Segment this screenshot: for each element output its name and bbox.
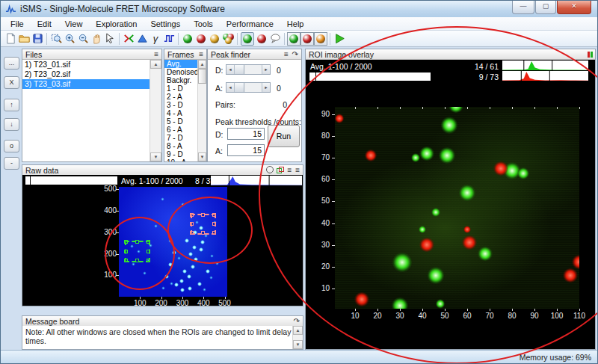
maximize-button[interactable]: ▢	[535, 1, 556, 14]
roi-handle[interactable]	[201, 213, 205, 217]
zoom-selection-icon[interactable]	[50, 33, 62, 45]
files-scrollbar[interactable]: ▲ ▼	[150, 60, 161, 161]
slider-left-icon[interactable]: ◄	[226, 65, 235, 74]
roi-handle[interactable]	[190, 222, 194, 226]
roi-handle[interactable]	[147, 259, 150, 262]
roi-handle[interactable]	[135, 240, 139, 244]
message-scrollbar[interactable]: ▲ ▼	[292, 326, 303, 349]
acceptor-threshold-input[interactable]	[227, 144, 265, 156]
peak-finder-header[interactable]: Peak finder ≡ ↷	[208, 49, 301, 60]
slider-position-marker[interactable]	[315, 73, 316, 81]
panel-menu-icon[interactable]: ≡	[154, 50, 159, 58]
scroll-up-icon[interactable]: ▲	[293, 326, 303, 335]
run-button[interactable]: Run	[268, 125, 300, 147]
menu-tools[interactable]: Tools	[187, 18, 220, 30]
green-histogram[interactable]	[502, 61, 588, 70]
frame-slider[interactable]	[25, 176, 117, 185]
roi-overlay-canvas[interactable]: Avg. 1-100 / 2000 14 / 61 9 / 73 9080706…	[306, 60, 595, 349]
slider-position-marker[interactable]	[30, 176, 31, 185]
show-green-peaks-toggle[interactable]	[241, 32, 254, 46]
acceptor-slider[interactable]: ◄ ►	[226, 82, 271, 93]
align-channels-icon[interactable]	[123, 33, 135, 45]
roi-overlay-image[interactable]	[335, 107, 579, 309]
roi-overlay-header[interactable]: ROI image overlay	[306, 49, 595, 60]
green-molecule-icon[interactable]	[182, 33, 194, 45]
yellow-molecule-icon[interactable]	[209, 33, 221, 45]
panel-menu-icon-2[interactable]: ≡	[295, 166, 300, 174]
orange-channel-button[interactable]	[314, 32, 327, 46]
file-list-item[interactable]: 2) T23_02.sif	[22, 70, 161, 79]
raw-data-canvas[interactable]: Avg. 1-100 / 2000 8 / 370 50040030020010…	[22, 175, 303, 306]
open-file-icon[interactable]	[18, 33, 30, 45]
roi-handle[interactable]	[124, 250, 128, 253]
files-list[interactable]: 1) T23_01.sif2) T23_02.sif3) T23_03.sif	[22, 60, 161, 89]
trace-pulse-icon[interactable]	[163, 33, 175, 45]
gamma-icon[interactable]: γ	[150, 33, 161, 45]
undock-icon[interactable]: ↷	[294, 317, 300, 325]
red-green-channels-icon[interactable]	[588, 52, 593, 58]
slider-right-icon[interactable]: ►	[262, 83, 270, 92]
scroll-down-icon[interactable]: ▼	[293, 340, 303, 349]
slider-track[interactable]	[235, 83, 262, 92]
menu-view[interactable]: View	[58, 18, 90, 30]
raw-image-plot[interactable]	[119, 187, 227, 297]
scrollbar-thumb[interactable]	[198, 69, 206, 84]
donor-threshold-input[interactable]	[227, 128, 265, 140]
roi-handle[interactable]	[212, 213, 216, 217]
roi-handle[interactable]	[190, 213, 194, 217]
menu-file[interactable]: File	[4, 18, 31, 30]
peak-triangle-icon[interactable]	[136, 33, 148, 45]
file-list-item[interactable]: 3) T23_03.sif	[22, 79, 161, 89]
clear-file-button[interactable]: -	[4, 157, 19, 170]
frames-panel-header[interactable]: Frames ≡	[164, 49, 206, 60]
new-file-icon[interactable]	[4, 33, 16, 45]
slider-track[interactable]	[235, 65, 262, 74]
acceptor-roi[interactable]	[191, 214, 216, 234]
donor-slider[interactable]: ◄ ►	[226, 64, 271, 75]
raw-data-header[interactable]: Raw data ≡ ≡	[22, 165, 303, 176]
slider-right-icon[interactable]: ►	[262, 65, 270, 74]
roi-handle[interactable]	[212, 222, 216, 226]
slider-thumb[interactable]	[235, 65, 244, 74]
panel-menu-icon[interactable]: ≡	[288, 166, 293, 174]
move-file-up-button[interactable]: ↑	[4, 99, 19, 111]
show-red-peaks-toggle[interactable]	[256, 33, 268, 45]
panel-menu-icon[interactable]: ≡	[284, 50, 289, 58]
menu-settings[interactable]: Settings	[144, 18, 187, 30]
slider-thumb[interactable]	[235, 83, 244, 92]
panel-menu-icon[interactable]: ≡	[199, 50, 204, 58]
file-list-item[interactable]: 1) T23_01.sif	[22, 60, 161, 70]
annotation-balloon-icon[interactable]	[269, 33, 281, 45]
reload-file-button[interactable]: o	[4, 140, 19, 152]
datatip-cursor-icon[interactable]	[104, 33, 116, 45]
scroll-up-icon[interactable]: ▲	[150, 60, 161, 69]
message-board-header[interactable]: Message board ↷	[22, 316, 303, 327]
zoom-out-icon[interactable]	[77, 33, 89, 45]
roi-handle[interactable]	[212, 231, 216, 235]
run-analysis-icon[interactable]	[333, 33, 345, 45]
roi-handle[interactable]	[190, 231, 194, 235]
slider-left-icon[interactable]: ◄	[226, 83, 235, 92]
undock-icon[interactable]: ↷	[292, 50, 299, 58]
menu-exploration[interactable]: Exploration	[89, 18, 144, 30]
browse-files-button[interactable]: ...	[4, 57, 19, 70]
roi-handle[interactable]	[135, 259, 139, 262]
menu-performance[interactable]: Performance	[220, 18, 280, 30]
title-bar[interactable]: iSMS - Single-Molecule FRET Microscopy S…	[1, 1, 597, 18]
scroll-down-icon[interactable]: ▼	[198, 152, 206, 161]
scroll-up-icon[interactable]: ▲	[198, 60, 206, 69]
roi-frame-slider[interactable]	[309, 73, 431, 81]
move-file-down-button[interactable]: ↓	[4, 118, 19, 131]
autoscale-icon[interactable]	[266, 166, 274, 173]
pan-hand-icon[interactable]	[90, 33, 102, 45]
save-icon[interactable]	[31, 33, 43, 45]
roi-handle[interactable]	[147, 250, 150, 253]
roi-handle[interactable]	[147, 240, 150, 244]
frames-scrollbar[interactable]: ▲ ▼	[197, 60, 206, 161]
red-molecule-icon[interactable]	[195, 33, 207, 45]
zoom-in-icon[interactable]	[64, 33, 75, 45]
raw-intensity-histogram[interactable]	[211, 176, 302, 185]
roi-handle[interactable]	[124, 259, 128, 262]
scroll-down-icon[interactable]: ▼	[150, 152, 161, 161]
red-histogram[interactable]	[502, 71, 588, 81]
